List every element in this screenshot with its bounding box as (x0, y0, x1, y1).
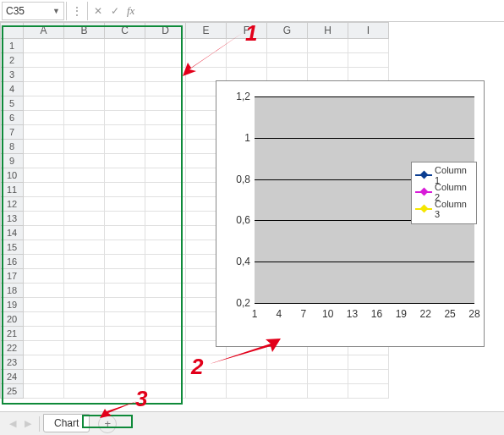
legend-item[interactable]: Column 2 (415, 184, 473, 201)
row-header[interactable]: 13 (0, 212, 24, 226)
row-header[interactable]: 10 (0, 168, 24, 183)
cell[interactable] (145, 327, 186, 341)
cell[interactable] (348, 370, 389, 384)
row-header[interactable]: 14 (0, 226, 24, 240)
cell[interactable] (105, 197, 145, 212)
cell[interactable] (105, 226, 145, 240)
cancel-icon[interactable]: ✕ (90, 2, 107, 20)
cell[interactable] (24, 269, 64, 284)
cell[interactable] (64, 125, 105, 140)
accept-icon[interactable]: ✓ (107, 2, 123, 20)
cell[interactable] (145, 384, 186, 399)
select-all-corner[interactable] (0, 22, 24, 39)
cell[interactable] (64, 82, 105, 96)
cell[interactable] (105, 68, 145, 82)
cell[interactable] (145, 341, 186, 355)
cell[interactable] (105, 269, 145, 284)
cell[interactable] (24, 212, 64, 226)
row-header[interactable]: 21 (0, 327, 24, 341)
legend-item[interactable]: Column 3 (415, 201, 473, 218)
chart-object[interactable]: 14710131619222528 Column 1 Column 2 Colu… (216, 80, 485, 347)
column-header[interactable]: G (267, 22, 308, 39)
cell[interactable] (145, 96, 186, 111)
formula-input[interactable] (134, 2, 504, 20)
cell[interactable] (145, 183, 186, 197)
cell[interactable] (24, 125, 64, 140)
cell[interactable] (24, 312, 64, 327)
cell[interactable] (24, 327, 64, 341)
cell[interactable] (145, 168, 186, 183)
fx-label[interactable]: fx (127, 4, 134, 18)
cell[interactable] (24, 53, 64, 68)
cell[interactable] (64, 111, 105, 125)
cell[interactable] (105, 240, 145, 255)
cell[interactable] (308, 39, 348, 53)
cell[interactable] (24, 341, 64, 355)
row-header[interactable]: 22 (0, 341, 24, 355)
cell[interactable] (308, 355, 348, 370)
cell[interactable] (105, 111, 145, 125)
cell[interactable] (105, 355, 145, 370)
row-header[interactable]: 23 (0, 355, 24, 370)
cell[interactable] (145, 111, 186, 125)
cell[interactable] (267, 53, 308, 68)
cell[interactable] (145, 212, 186, 226)
cell[interactable] (64, 140, 105, 154)
cell[interactable] (145, 240, 186, 255)
cell[interactable] (24, 111, 64, 125)
cell[interactable] (64, 39, 105, 53)
cell[interactable] (24, 183, 64, 197)
cell[interactable] (64, 370, 105, 384)
cell[interactable] (64, 96, 105, 111)
cell[interactable] (24, 140, 64, 154)
cell[interactable] (105, 370, 145, 384)
cell[interactable] (145, 226, 186, 240)
cell[interactable] (308, 370, 348, 384)
cell[interactable] (24, 154, 64, 168)
cell[interactable] (145, 355, 186, 370)
cell[interactable] (64, 298, 105, 312)
cell[interactable] (105, 212, 145, 226)
cell[interactable] (145, 370, 186, 384)
row-header[interactable]: 8 (0, 140, 24, 154)
cell[interactable] (24, 197, 64, 212)
cell[interactable] (105, 312, 145, 327)
cell[interactable] (105, 154, 145, 168)
chevron-down-icon[interactable]: ▼ (52, 7, 60, 15)
cell[interactable] (145, 140, 186, 154)
cell[interactable] (145, 284, 186, 298)
row-header[interactable]: 9 (0, 154, 24, 168)
cell[interactable] (24, 68, 64, 82)
cell[interactable] (64, 312, 105, 327)
cell[interactable] (145, 298, 186, 312)
tab-nav-prev-icon[interactable]: ◀ (5, 418, 20, 429)
cell[interactable] (64, 68, 105, 82)
cell[interactable] (267, 370, 308, 384)
row-header[interactable]: 4 (0, 82, 24, 96)
cell[interactable] (105, 327, 145, 341)
cell[interactable] (64, 226, 105, 240)
cell[interactable] (24, 240, 64, 255)
cell[interactable] (105, 298, 145, 312)
chart-legend[interactable]: Column 1 Column 2 Column 3 (411, 162, 477, 224)
row-header[interactable]: 7 (0, 125, 24, 140)
cell[interactable] (105, 183, 145, 197)
cell[interactable] (64, 183, 105, 197)
cell[interactable] (24, 355, 64, 370)
cell[interactable] (64, 384, 105, 399)
row-header[interactable]: 6 (0, 111, 24, 125)
column-header[interactable]: H (308, 22, 348, 39)
cell[interactable] (348, 39, 389, 53)
sheet-tab-chart[interactable]: Chart (43, 414, 90, 432)
cell[interactable] (348, 53, 389, 68)
legend-item[interactable]: Column 1 (415, 167, 473, 184)
column-header[interactable]: I (348, 22, 389, 39)
cell[interactable] (105, 39, 145, 53)
cell[interactable] (105, 341, 145, 355)
cell[interactable] (64, 168, 105, 183)
row-header[interactable]: 5 (0, 96, 24, 111)
cell[interactable] (145, 269, 186, 284)
column-header[interactable]: A (24, 22, 64, 39)
cell[interactable] (64, 269, 105, 284)
cell[interactable] (308, 384, 348, 399)
